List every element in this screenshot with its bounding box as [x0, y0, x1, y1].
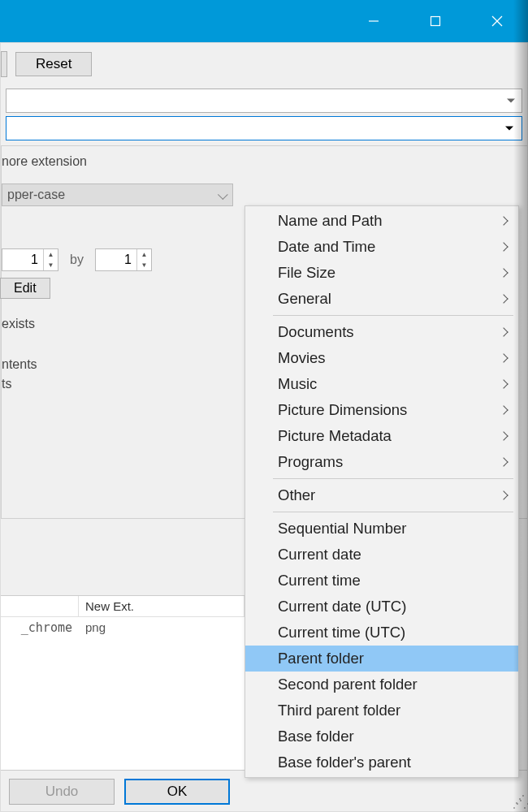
menu-item-label: File Size	[278, 264, 335, 282]
chevron-right-icon	[499, 216, 508, 225]
menu-item[interactable]: Picture Dimensions	[245, 397, 518, 423]
menu-item-label: Other	[278, 486, 315, 504]
menu-separator	[273, 512, 513, 512]
chevron-down-icon	[505, 127, 513, 131]
table-header: New Ext.	[1, 596, 245, 617]
window-titlebar	[0, 0, 528, 42]
menu-item-label: Sequential Number	[278, 520, 406, 538]
chevron-right-icon	[499, 242, 508, 251]
spinner-1-input[interactable]	[2, 253, 43, 267]
case-select[interactable]: pper-case	[2, 184, 233, 206]
cell-name: _chrome	[1, 617, 79, 638]
menu-item[interactable]: Picture Metadata	[245, 423, 518, 449]
minimize-icon	[368, 15, 379, 27]
maximize-icon	[430, 15, 441, 27]
menu-item-label: Movies	[278, 349, 326, 367]
close-icon	[491, 15, 503, 27]
menu-item-label: Date and Time	[278, 238, 375, 256]
menu-item-label: Name and Path	[278, 212, 383, 230]
menu-item[interactable]: Base folder	[245, 723, 518, 749]
cell-ext: png	[79, 617, 245, 638]
menu-item[interactable]: Third parent folder	[245, 698, 518, 723]
menu-item-label: Picture Dimensions	[278, 401, 407, 419]
combo-field-2[interactable]	[6, 116, 522, 140]
menu-item[interactable]: Music	[245, 371, 518, 397]
table-col-1[interactable]	[1, 596, 79, 617]
menu-item-label: Base folder	[278, 728, 354, 745]
partial-button[interactable]	[1, 51, 7, 77]
reset-button[interactable]: Reset	[15, 52, 92, 76]
table-col-newext[interactable]: New Ext.	[79, 596, 245, 617]
combo-field-1[interactable]	[6, 89, 522, 113]
menu-item[interactable]: Base folder's parent	[245, 749, 518, 775]
menu-separator	[273, 478, 513, 479]
menu-item-label: Programs	[278, 453, 343, 471]
chevron-right-icon	[499, 294, 508, 303]
menu-item[interactable]: Current time	[245, 568, 518, 594]
minimize-button[interactable]	[343, 0, 405, 42]
by-label: by	[65, 253, 89, 267]
menu-item-label: Current date	[278, 546, 361, 564]
menu-item-label: Picture Metadata	[278, 427, 392, 445]
close-button[interactable]	[466, 0, 528, 42]
chevron-right-icon	[499, 353, 508, 362]
menu-item[interactable]: Movies	[245, 345, 518, 371]
menu-item[interactable]: Documents	[245, 319, 518, 345]
menu-item-label: Current time	[278, 572, 361, 590]
menu-item-label: Parent folder	[278, 650, 364, 667]
menu-item-label: Music	[278, 375, 317, 393]
menu-item[interactable]: Programs	[245, 449, 518, 475]
chevron-right-icon	[499, 405, 508, 414]
menu-item[interactable]: Date and Time	[245, 234, 518, 260]
insert-menu: Name and PathDate and TimeFile SizeGener…	[245, 205, 519, 778]
ok-button[interactable]: OK	[124, 779, 230, 805]
spinner-1-arrows[interactable]: ▲▼	[43, 249, 58, 270]
spinner-2-input[interactable]	[96, 253, 136, 267]
menu-item-label: Current date (UTC)	[278, 598, 406, 615]
menu-item-label: General	[278, 290, 331, 308]
maximize-button[interactable]	[405, 0, 466, 42]
menu-item[interactable]: Parent folder	[245, 646, 518, 672]
undo-button[interactable]: Undo	[9, 779, 115, 805]
spinner-2[interactable]: ▲▼	[95, 248, 152, 271]
chevron-right-icon	[499, 327, 508, 336]
menu-item-label: Documents	[278, 323, 354, 341]
toolbar-row: Reset	[1, 43, 527, 85]
svg-rect-1	[431, 17, 440, 26]
menu-item[interactable]: Sequential Number	[245, 516, 518, 542]
preview-table: New Ext. _chrome png	[1, 595, 245, 798]
menu-item[interactable]: Other	[245, 482, 518, 508]
menu-item-label: Base folder's parent	[278, 754, 411, 771]
chevron-right-icon	[499, 379, 508, 388]
resize-grip[interactable]: ⋰⋰⋰	[513, 797, 526, 810]
menu-item[interactable]: General	[245, 286, 518, 312]
spinner-1[interactable]: ▲▼	[2, 248, 58, 271]
menu-item[interactable]: Current date (UTC)	[245, 594, 518, 620]
menu-item[interactable]: Name and Path	[245, 208, 518, 234]
menu-separator	[273, 315, 513, 316]
ignore-extension-label: nore extension	[2, 154, 519, 169]
menu-item-label: Current time (UTC)	[278, 624, 405, 641]
menu-item-label: Third parent folder	[278, 702, 400, 719]
chevron-right-icon	[499, 431, 508, 440]
chevron-right-icon	[499, 490, 508, 499]
menu-item-label: Second parent folder	[278, 676, 418, 693]
chevron-down-icon	[507, 99, 515, 103]
spinner-2-arrows[interactable]: ▲▼	[136, 249, 151, 270]
chevron-right-icon	[499, 457, 508, 466]
menu-item[interactable]: Current time (UTC)	[245, 620, 518, 646]
menu-item[interactable]: File Size	[245, 260, 518, 286]
menu-item[interactable]: Current date	[245, 542, 518, 568]
edit-button[interactable]: Edit	[0, 278, 50, 299]
table-row[interactable]: _chrome png	[1, 617, 245, 638]
dialog-content: Reset nore extension pper-case ▲▼ by ▲▼ …	[0, 42, 528, 812]
chevron-right-icon	[499, 268, 508, 277]
menu-item[interactable]: Second parent folder	[245, 672, 518, 698]
